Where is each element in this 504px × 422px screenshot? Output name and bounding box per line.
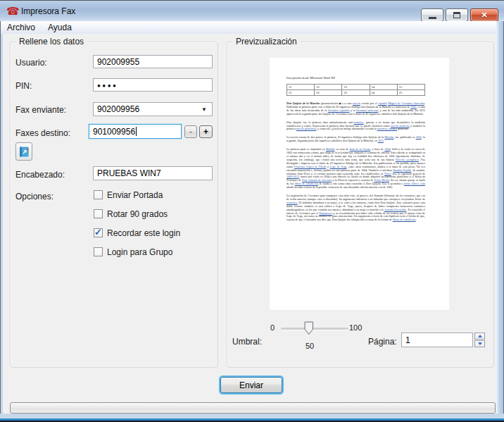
chevron-down-icon: ▼: [201, 106, 207, 113]
umbral-slider-thumb[interactable]: [304, 321, 314, 335]
remove-fax-button[interactable]: -: [184, 125, 197, 138]
check-icon: ✓: [94, 227, 102, 237]
pagina-label: Página:: [368, 337, 397, 347]
table-cell: 11: [287, 85, 315, 89]
document-content: Una prueba desde Microsoft Word XP. 1112…: [286, 76, 425, 227]
table-cell: 22: [315, 90, 342, 95]
doc-paragraph: La novela consta de dos partes: la prime…: [286, 136, 425, 143]
window-title: Impresora Fax: [21, 6, 75, 16]
checkbox-label: Enviar Portada: [107, 190, 163, 200]
umbral-slider-track[interactable]: [281, 328, 348, 330]
pin-label: PIN:: [15, 81, 32, 91]
doc-paragraph: La primera parte se imprimió en Madrid, …: [286, 148, 425, 190]
table-cell: 15: [398, 85, 424, 89]
table-cell: 25: [398, 90, 424, 95]
close-icon: ✕: [481, 11, 487, 19]
fax-icon: ☎: [6, 4, 20, 18]
fax-preview-page: Una prueba desde Microsoft Word XP. 1112…: [270, 58, 449, 310]
umbral-min-label: 0: [270, 323, 275, 332]
checkbox-unchecked[interactable]: ✓: [94, 209, 103, 218]
umbral-value: 50: [305, 342, 314, 350]
group-preview-legend: Previzualización: [233, 37, 300, 46]
fax-enviante-select[interactable]: 902009956 ▼: [93, 102, 213, 116]
table-row: 2122232425: [287, 90, 424, 95]
titlebar: ☎ Impresora Fax ✕: [0, 0, 504, 21]
pin-input[interactable]: ●●●●: [93, 78, 213, 92]
table-cell: 23: [342, 90, 370, 95]
checkbox-label: Recordar este login: [107, 228, 180, 238]
checkbox-unchecked[interactable]: ✓: [94, 247, 103, 256]
table-cell: 14: [370, 85, 398, 89]
usuario-value: 902009955: [97, 57, 139, 67]
document-intro-line: Una prueba desde Microsoft Word XP.: [286, 76, 425, 80]
add-fax-button[interactable]: +: [199, 125, 213, 138]
pagina-spin-up-button[interactable]: [474, 333, 485, 340]
close-button[interactable]: ✕: [470, 8, 498, 22]
umbral-max-label: 100: [349, 323, 362, 332]
checkbox-row[interactable]: ✓Enviar Portada: [94, 190, 180, 199]
text-caret: [136, 127, 137, 136]
checkbox-row[interactable]: ✓Login para Grupo: [94, 247, 180, 256]
fax-enviante-value: 902009956: [97, 104, 139, 114]
checkbox-row[interactable]: ✓Rotar 90 grados: [94, 209, 180, 218]
menu-item-ayuda[interactable]: Ayuda: [42, 21, 78, 34]
maximize-button[interactable]: [446, 8, 468, 22]
usuario-label: Usuario:: [15, 58, 47, 68]
menubar: Archivo Ayuda: [1, 21, 503, 34]
usuario-input[interactable]: 902009955: [93, 55, 213, 68]
pagina-input[interactable]: 1: [401, 333, 473, 347]
pagina-value: 1: [405, 335, 410, 345]
opciones-checkboxes: ✓Enviar Portada✓Rotar 90 grados✓Recordar…: [94, 190, 180, 266]
table-cell: 21: [287, 90, 315, 95]
arrow-up-icon: [478, 335, 482, 337]
encabezado-value: PRUEBAS WIN7: [97, 168, 161, 178]
window-right-border: [496, 21, 504, 416]
table-cell: 12: [315, 85, 342, 89]
checkbox-label: Rotar 90 grados: [107, 209, 168, 219]
opciones-label: Opciones:: [15, 192, 53, 201]
impresora-fax-window: ☎ Impresora Fax ✕ Archivo Ayuda Rellene …: [0, 0, 504, 422]
progress-bar: [10, 402, 496, 414]
address-book-icon: [18, 146, 30, 158]
checkbox-checked[interactable]: ✓: [94, 228, 103, 237]
group-rellene-legend: Rellene los datos: [16, 37, 87, 46]
faxes-destino-input[interactable]: 901009956: [89, 124, 182, 139]
table-row: 1112131415: [287, 85, 424, 90]
minimize-icon: [429, 17, 436, 19]
fax-enviante-label: Fax enviante:: [15, 105, 66, 115]
encabezado-label: Encabezado:: [15, 170, 65, 180]
faxes-destino-value: 901009956: [93, 127, 135, 137]
doc-paragraph: Don Quijote fue la primera obra auténtic…: [286, 121, 425, 132]
pin-value: ●●●●: [97, 82, 118, 89]
maximize-icon: [453, 12, 460, 18]
arrow-down-icon: [478, 342, 482, 345]
doc-table: 11121314152122232425: [286, 84, 425, 96]
table-cell: 13: [342, 85, 370, 89]
minimize-button[interactable]: [421, 8, 443, 22]
encabezado-input[interactable]: PRUEBAS WIN7: [93, 166, 213, 180]
address-book-button[interactable]: [15, 142, 32, 161]
checkbox-unchecked[interactable]: ✓: [94, 190, 103, 199]
checkbox-label: Login para Grupo: [107, 247, 172, 257]
doc-paragraph: La inspiración de Cervantes para compone…: [286, 194, 425, 222]
menu-item-archivo[interactable]: Archivo: [1, 21, 42, 34]
table-cell: 24: [370, 90, 398, 95]
checkbox-row[interactable]: ✓Recordar este login: [94, 228, 180, 237]
doc-paragraphs: Don Quijote de la Mancha (pronunciación …: [286, 102, 425, 222]
doc-paragraph: Don Quijote de la Mancha (pronunciación …: [286, 102, 425, 116]
enviar-button[interactable]: Enviar: [220, 377, 282, 393]
faxes-destino-label: Faxes destino:: [15, 128, 70, 138]
pagina-spin-down-button[interactable]: [474, 340, 485, 347]
umbral-label: Umbral:: [232, 337, 262, 347]
